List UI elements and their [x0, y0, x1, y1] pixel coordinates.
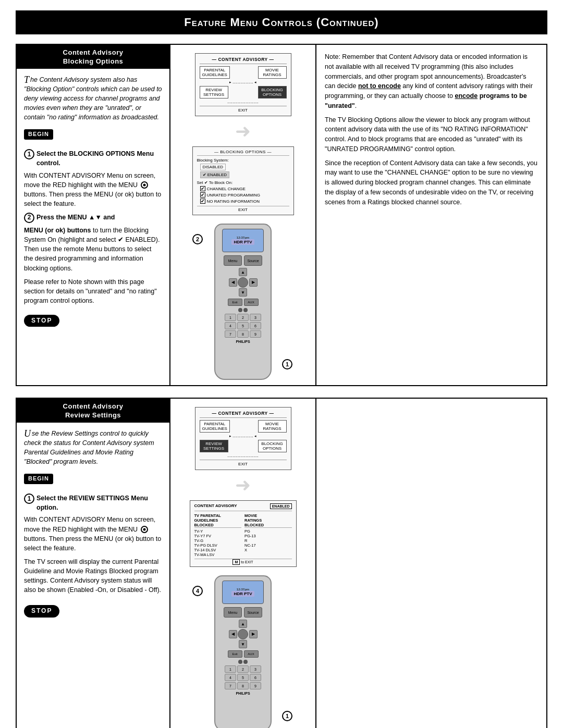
arrow-right-2: ➜: [235, 474, 251, 496]
arrow-right-1: ➜: [235, 120, 251, 142]
section2-header-line2: Review Settings: [22, 411, 164, 420]
tv1-row2: REVIEWSETTINGS BLOCKINGOPTIONS: [200, 86, 287, 98]
remote-screen-1: 12:37pm HDR PTV: [222, 229, 264, 252]
page-title: Feature Menu Controls (Continued): [16, 10, 547, 34]
remote-source-btn: Source: [244, 255, 262, 266]
remote-aux-btn: AUX: [244, 299, 259, 306]
remote-diagram-2: 4 1 12:37pm HDR PTV Menu: [183, 570, 303, 728]
num-8: 8: [237, 330, 249, 338]
tv3-exit: EXIT: [200, 460, 287, 466]
dot2: [243, 308, 248, 312]
remote-mid-btns-2: Exit AUX: [228, 650, 259, 658]
remote-menu-btn: Menu: [224, 255, 242, 266]
section1-header-line1: Content Advisory: [22, 48, 164, 57]
title-text: Feature Menu Controls (Continued): [184, 16, 378, 29]
step1-heading: 1 Select the BLOCKING OPTIONS Menu contr…: [24, 149, 162, 168]
step2-number: 2: [24, 213, 34, 223]
remote-indicator-dots-2: [238, 660, 248, 664]
tv4-col1: TV PARENTALGUIDELINESBLOCKED TV-Y TV-Y7 …: [194, 513, 242, 557]
remote-mid-btns: Exit AUX: [228, 299, 259, 306]
num-6b: 6: [250, 674, 261, 681]
tv3-blocking-btn: BLOCKINGOPTIONS: [258, 440, 287, 452]
tv1-title: — CONTENT ADVISORY —: [200, 57, 287, 64]
indicator-4-top: 4: [192, 586, 203, 596]
remote-inner-2: 12:37pm HDR PTV Menu Source ▲ ▼ ◀: [214, 575, 272, 728]
tv1-screen: — CONTENT ADVISORY — PARENTALGUIDELINES …: [195, 53, 291, 116]
tv2-title: — BLOCKING OPTIONS —: [197, 150, 289, 156]
tv4-title: CONTENT ADVISORY: [194, 503, 237, 509]
num-1b: 1: [225, 665, 236, 673]
num-3: 3: [250, 314, 261, 321]
step3-number: 1: [24, 493, 34, 504]
tv4-menu-icon: M: [232, 559, 240, 565]
indicator-1-bottom: 1: [282, 359, 292, 369]
chk1: ✔: [200, 186, 205, 191]
section1-intro: The Content Advisory system also has "Bl…: [24, 75, 162, 122]
tv4-col2-x: X: [244, 548, 292, 552]
tv2-opt2-label: UNRATED PROGRAMMING: [207, 193, 261, 198]
dpad-center-2: [238, 629, 248, 639]
remote-inner-1: 12:37pm HDR PTV Menu Source ▲ ▼ ◀: [214, 224, 272, 380]
tv4-col2-pg13: PG-13: [244, 534, 292, 538]
section1-header: Content Advisory Blocking Options: [17, 45, 169, 69]
remote-philips-1: PHILIPS: [236, 340, 250, 343]
dpad-up: ▲: [239, 268, 247, 276]
tv4-col2-title: MOVIERATINGSBLOCKED: [244, 513, 292, 528]
num-1: 1: [225, 314, 236, 321]
section2-intro: Use the Review Settings control to quick…: [24, 429, 162, 467]
remote-top-btns: Menu Source: [224, 255, 262, 266]
right-para-2: The TV Blocking Options allow the viewer…: [325, 115, 538, 154]
tv2-block-options: ✔ CHANNEL CHANGE ✔ UNRATED PROGRAMMING ✔…: [200, 186, 289, 204]
tv2-system-options: DISABLED ✔ ENABLED: [200, 164, 289, 178]
stop-badge-2: STOP: [24, 605, 59, 617]
num-8b: 8: [237, 682, 249, 689]
section1-body: The Content Advisory system also has "Bl…: [17, 69, 169, 385]
indicator-2-top: 2: [192, 234, 203, 244]
remote-exit-btn-2: Exit: [228, 650, 242, 658]
tv2-norating: ✔ NO RATING INFORMATION: [200, 199, 289, 204]
remote-indicator-dots: [238, 308, 248, 312]
tv4-col2-r: R: [244, 538, 292, 543]
tv2-enabled: ✔ ENABLED: [200, 171, 230, 178]
stop-badge-1: STOP: [24, 315, 59, 327]
section1-right: Note: Remember that Content Advisory dat…: [316, 45, 546, 385]
section2-right: [316, 399, 546, 728]
remote-aux-btn-2: AUX: [244, 650, 259, 658]
tv2-system-label: Blocking System:: [197, 158, 289, 163]
num-5b: 5: [237, 674, 249, 681]
dpad-left-2: ◀: [229, 630, 237, 638]
right-para-3: Since the reception of Content Advisory …: [325, 158, 538, 207]
step3-label: Select the REVIEW SETTINGS Menu option.: [36, 493, 162, 512]
remote-hdrtv-label: HDR PTV: [231, 239, 254, 245]
tv3-movie-btn: MOVIERATINGS: [258, 420, 287, 433]
step2-label: Press the MENU ▲▼ and: [36, 213, 115, 222]
tv3-review-btn: REVIEWSETTINGS: [200, 440, 228, 452]
begin-badge-2: BEGIN: [24, 474, 53, 484]
tv1-exit: EXIT: [200, 106, 287, 113]
step1-number: 1: [24, 149, 34, 159]
num-4b: 4: [225, 674, 236, 681]
dpad-left: ◀: [229, 278, 237, 287]
tv1-review-btn: REVIEWSETTINGS: [200, 86, 228, 98]
step1-label: Select the BLOCKING OPTIONS Menu control…: [36, 149, 162, 168]
remote-screen-2: 12:37pm HDR PTV: [222, 581, 264, 604]
chk2: ✔: [200, 192, 205, 198]
section2-body: Use the Review Settings control to quick…: [17, 423, 169, 728]
remote-exit-btn: Exit: [228, 299, 242, 306]
dpad-down: ▼: [239, 288, 247, 297]
step4-detail: The TV screen will display the current P…: [24, 557, 162, 595]
tv4-col1-tv-g: TV-G: [194, 538, 242, 543]
section2-header-line1: Content Advisory: [22, 402, 164, 411]
num-4: 4: [225, 322, 236, 329]
num-2: 2: [237, 314, 249, 321]
num-2b: 2: [237, 665, 249, 673]
step1-detail: With CONTENT ADVISORY Menu on screen, mo…: [24, 171, 162, 209]
tv2-disabled: DISABLED: [200, 164, 226, 170]
dpad-center: [238, 277, 248, 288]
section2-left: Content Advisory Review Settings Use the…: [17, 399, 170, 728]
tv4-header: CONTENT ADVISORY ENABLED: [194, 503, 292, 511]
tv4-col1-tv-ma: TV-MA LSV: [194, 552, 242, 557]
tv4-screen: CONTENT ADVISORY ENABLED TV PARENTALGUID…: [190, 500, 297, 567]
tv4-status: ENABLED: [270, 503, 292, 509]
tv3-row2: REVIEWSETTINGS BLOCKINGOPTIONS: [200, 440, 287, 452]
